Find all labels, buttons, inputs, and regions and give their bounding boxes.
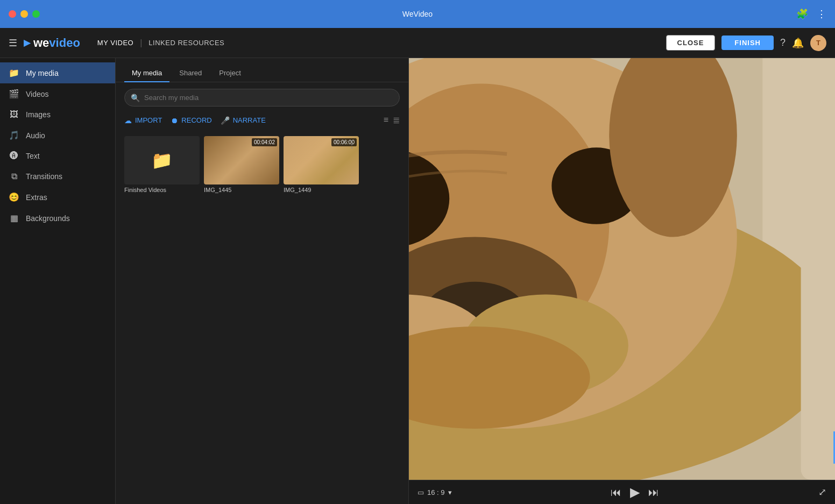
nav-items: MY VIDEO | LINKED RESOURCES	[97, 38, 224, 48]
transitions-icon: ⧉	[9, 172, 19, 181]
media-folder-finished-videos[interactable]: 📁 Finished Videos	[124, 136, 200, 193]
import-label: IMPORT	[135, 116, 162, 124]
tab-project[interactable]: Project	[211, 65, 248, 82]
finish-button[interactable]: FINISH	[721, 36, 774, 50]
sidebar-item-backgrounds[interactable]: ▦ Backgrounds	[0, 208, 115, 229]
media-actions: ☁ IMPORT ⏺ RECORD 🎤 NARRATE ≡ ≣	[116, 113, 408, 132]
sidebar-item-extras-label: Extras	[26, 193, 47, 202]
aspect-ratio-icon: ▭	[418, 488, 424, 496]
record-button[interactable]: ⏺ RECORD	[171, 116, 211, 125]
preview-video	[409, 58, 835, 480]
sidebar-item-audio-label: Audio	[26, 131, 45, 140]
sidebar-item-extras[interactable]: 😊 Extras	[0, 187, 115, 208]
record-label: RECORD	[181, 116, 211, 124]
images-icon: 🖼	[9, 110, 19, 119]
nav-my-video[interactable]: MY VIDEO	[97, 39, 133, 47]
extras-icon: 😊	[9, 192, 19, 202]
nav-divider: |	[140, 38, 142, 48]
skip-back-button[interactable]: ⏮	[611, 486, 621, 499]
sidebar-item-audio[interactable]: 🎵 Audio	[0, 125, 115, 146]
narrate-icon: 🎤	[221, 116, 230, 125]
logo: ▶ wevideo	[24, 36, 80, 50]
play-button[interactable]: ▶	[630, 485, 640, 500]
nav-linked-resources[interactable]: LINKED RESOURCES	[148, 39, 224, 47]
narrate-button[interactable]: 🎤 NARRATE	[221, 116, 266, 125]
video-duration-img1445: 00:04:02	[252, 138, 277, 146]
media-item-img1449[interactable]: 00:06:00 IMG_1449 ⋮	[284, 136, 359, 193]
sidebar-item-text[interactable]: 🅐 Text	[0, 146, 115, 166]
sidebar: 📁 My media 🎬 Videos 🖼 Images 🎵 Audio 🅐 T…	[0, 58, 116, 504]
more-icon[interactable]: ⋮	[817, 8, 826, 20]
puzzle-icon[interactable]: 🧩	[796, 8, 808, 20]
sort-desc-icon[interactable]: ≣	[393, 115, 400, 125]
media-more-button[interactable]: ⋮	[345, 136, 359, 152]
text-icon: 🅐	[9, 151, 19, 161]
fullscreen-button[interactable]: ⤢	[818, 486, 826, 498]
help-icon[interactable]: ?	[780, 37, 786, 48]
preview-dog-visual	[409, 58, 835, 480]
sidebar-item-my-media[interactable]: 📁 My media	[0, 62, 115, 83]
sidebar-item-videos-label: Videos	[26, 90, 49, 98]
maximize-dot[interactable]	[32, 10, 40, 18]
header-right: CLOSE FINISH ? 🔔 T	[666, 35, 826, 51]
sidebar-item-transitions[interactable]: ⧉ Transitions	[0, 166, 115, 187]
sidebar-item-text-label: Text	[26, 152, 40, 160]
search-bar: 🔍	[124, 89, 400, 107]
svg-rect-17	[801, 58, 835, 480]
header-left: ☰ ▶ wevideo MY VIDEO | LINKED RESOURCES	[9, 36, 224, 50]
narrate-label: NARRATE	[233, 116, 266, 124]
search-icon: 🔍	[131, 94, 140, 102]
folder-label: Finished Videos	[124, 187, 200, 193]
sidebar-item-backgrounds-label: Backgrounds	[26, 214, 70, 223]
app-title: WeVideo	[402, 10, 433, 18]
search-input[interactable]	[124, 89, 400, 107]
close-button[interactable]: CLOSE	[666, 35, 716, 51]
sidebar-item-my-media-label: My media	[26, 69, 59, 77]
window-controls	[9, 10, 40, 18]
header: ☰ ▶ wevideo MY VIDEO | LINKED RESOURCES …	[0, 28, 835, 58]
main-area: 📁 My media 🎬 Videos 🖼 Images 🎵 Audio 🅐 T…	[0, 58, 835, 504]
import-icon: ☁	[124, 116, 132, 125]
sidebar-item-images-label: Images	[26, 110, 51, 119]
logo-text: wevideo	[33, 36, 80, 50]
sort-asc-icon[interactable]: ≡	[384, 115, 388, 125]
logo-arrow-icon: ▶	[24, 38, 30, 48]
media-panel: My media Shared Project 🔍 ☁ IMPORT ⏺ REC…	[116, 58, 409, 504]
preview-panel: ▭ 16 : 9 ▾ ⏮ ▶ ⏭ ⤢	[409, 58, 835, 504]
sort-controls: ≡ ≣	[384, 115, 400, 125]
avatar[interactable]: T	[810, 35, 826, 51]
skip-forward-button[interactable]: ⏭	[648, 486, 659, 499]
close-dot[interactable]	[9, 10, 16, 18]
backgrounds-icon: ▦	[9, 213, 19, 223]
video-label-img1449: IMG_1449	[284, 187, 359, 193]
aspect-ratio-label: 16 : 9	[427, 488, 445, 496]
sidebar-item-transitions-label: Transitions	[26, 172, 62, 181]
audio-icon: 🎵	[9, 130, 19, 140]
minimize-dot[interactable]	[20, 10, 28, 18]
playback-controls: ⏮ ▶ ⏭	[611, 485, 659, 500]
videos-icon: 🎬	[9, 89, 19, 99]
my-media-icon: 📁	[9, 68, 19, 78]
aspect-ratio-button[interactable]: ▭ 16 : 9 ▾	[418, 488, 452, 496]
bell-icon[interactable]: 🔔	[792, 37, 804, 49]
folder-thumb: 📁	[124, 136, 200, 184]
record-icon: ⏺	[171, 116, 178, 125]
preview-controls: ▭ 16 : 9 ▾ ⏮ ▶ ⏭ ⤢	[409, 480, 835, 504]
titlebar-right: 🧩 ⋮	[796, 8, 826, 20]
video-thumb-img1445: 00:04:02	[204, 136, 279, 184]
media-tabs: My media Shared Project	[116, 58, 408, 82]
folder-icon: 📁	[151, 150, 173, 171]
video-label-img1445: IMG_1445	[204, 187, 279, 193]
sidebar-item-videos[interactable]: 🎬 Videos	[0, 83, 115, 104]
media-item-img1445[interactable]: 00:04:02 IMG_1445	[204, 136, 279, 193]
aspect-ratio-chevron: ▾	[448, 488, 452, 496]
hamburger-icon[interactable]: ☰	[9, 37, 17, 49]
titlebar: WeVideo 🧩 ⋮	[0, 0, 835, 28]
media-grid: 📁 Finished Videos 00:04:02 IMG_1445 00:0…	[116, 132, 408, 197]
sidebar-item-images[interactable]: 🖼 Images	[0, 104, 115, 125]
tab-my-media[interactable]: My media	[124, 65, 169, 82]
import-button[interactable]: ☁ IMPORT	[124, 116, 162, 125]
tab-shared[interactable]: Shared	[172, 65, 209, 82]
